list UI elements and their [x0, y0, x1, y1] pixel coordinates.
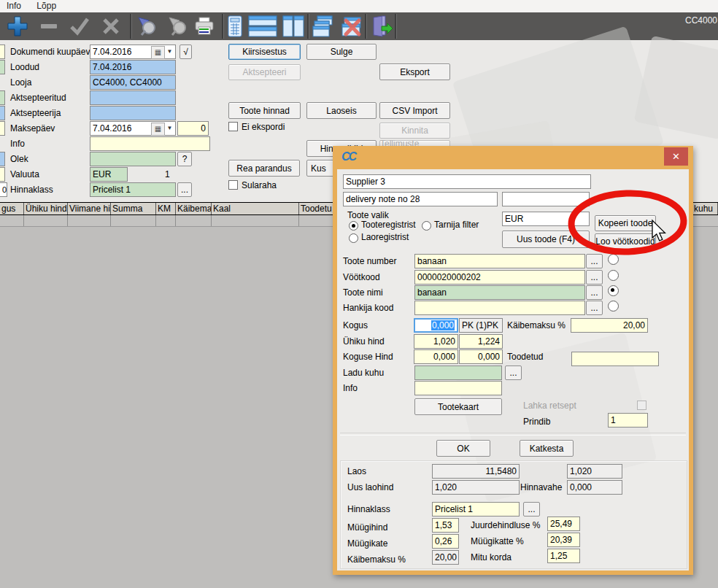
- chevron-down-icon[interactable]: ▼: [165, 123, 174, 134]
- kinnita-button[interactable]: Kinnita: [379, 123, 450, 139]
- juurdehindluse-field[interactable]: 25,49: [547, 517, 580, 531]
- print-icon[interactable]: [193, 15, 216, 38]
- close-icon[interactable]: ✕: [664, 147, 688, 166]
- uus-toode-button[interactable]: Uus toode (F4): [502, 231, 590, 248]
- koguse-hind-field1[interactable]: 0,000: [414, 349, 458, 364]
- toote-nimi-field[interactable]: banaan: [414, 285, 585, 300]
- vootkood-field[interactable]: 0000020000202: [414, 270, 585, 285]
- muugikate-field[interactable]: 0,26: [432, 534, 459, 549]
- kogus-field[interactable]: 0,000: [414, 318, 458, 333]
- toote-nimi-browse-button[interactable]: ...: [586, 285, 603, 300]
- dokumendi-kuupaev-field[interactable]: 7.04.2016 ▦▼: [90, 45, 176, 59]
- hinnaklass-browse-button[interactable]: ...: [177, 182, 192, 197]
- dialog-info-field[interactable]: [414, 381, 502, 395]
- dialog-hinnaklass-field[interactable]: Pricelist 1: [432, 502, 520, 517]
- cancel-icon[interactable]: [99, 15, 123, 38]
- menu-lopp[interactable]: Lõpp: [30, 0, 63, 12]
- tile-horizontal-icon[interactable]: [247, 15, 279, 38]
- remove-icon[interactable]: [37, 15, 61, 38]
- grid-column-summa[interactable]: Summa: [111, 203, 156, 214]
- currency-field[interactable]: EUR: [502, 212, 590, 226]
- grid-column-kaal[interactable]: Kaal: [212, 203, 299, 214]
- toote-nimi-radio[interactable]: [608, 285, 619, 296]
- info-field[interactable]: [90, 136, 210, 151]
- lahka-retsept-checkbox[interactable]: [637, 401, 646, 410]
- loo-vootkoodid-button[interactable]: Loo vöötkoodid: [595, 233, 656, 249]
- grid-column-uhiku-hind[interactable]: Ühiku hind: [24, 203, 68, 214]
- calculator-icon[interactable]: [226, 15, 244, 38]
- grid-column-km[interactable]: KM: [156, 203, 176, 214]
- uhiku-hind-field1[interactable]: 1,020: [414, 334, 458, 349]
- hankija-kood-radio[interactable]: [608, 301, 619, 312]
- aktsepteerija-field[interactable]: [90, 106, 176, 120]
- kiirsisestus-button[interactable]: Kiirsisestus: [228, 44, 301, 60]
- aktsepteeritud-field[interactable]: [90, 90, 176, 105]
- ladu-kuhu-field[interactable]: [414, 365, 502, 380]
- toote-hinnad-button[interactable]: Toote hinnad: [228, 102, 301, 119]
- tarnija-filter-radio[interactable]: [422, 221, 431, 231]
- valuuta-field[interactable]: EUR: [90, 167, 128, 182]
- ei-ekspordi-checkbox[interactable]: [228, 122, 238, 131]
- search-disabled-icon[interactable]: [166, 15, 190, 38]
- olek-help-button[interactable]: ?: [177, 152, 192, 166]
- sulge-button[interactable]: Sulge: [306, 44, 377, 60]
- eksport-button[interactable]: Eksport: [379, 63, 450, 80]
- dialog-titlebar[interactable]: CC ✕: [337, 149, 689, 168]
- aktsepteeri-button[interactable]: Aktsepteeri: [228, 64, 301, 80]
- kaibemaksu-field[interactable]: 20,00: [571, 318, 648, 333]
- search-icon[interactable]: [136, 15, 159, 38]
- dialog-hinnaklass-browse-button[interactable]: ...: [523, 502, 540, 517]
- note2-field[interactable]: [502, 192, 590, 206]
- tootekaart-button[interactable]: Tootekaart: [414, 398, 502, 415]
- confirm-icon[interactable]: [68, 15, 91, 38]
- vootkood-browse-button[interactable]: ...: [586, 270, 603, 285]
- calendar-icon[interactable]: ▦: [151, 123, 165, 136]
- mitu-korda-field[interactable]: 1,25: [547, 549, 580, 563]
- koguse-hind-field2[interactable]: 0,000: [459, 349, 503, 364]
- vootkood-radio[interactable]: [608, 270, 619, 281]
- uhiku-hind-field2[interactable]: 1,224: [459, 334, 503, 349]
- grid-column-viimane-hind[interactable]: Viimane hind: [68, 203, 111, 214]
- exit-icon[interactable]: [369, 15, 393, 38]
- close-all-icon[interactable]: [340, 15, 363, 38]
- hankija-kood-field[interactable]: [414, 301, 585, 315]
- toodetud-field[interactable]: [571, 352, 659, 366]
- loodud-field[interactable]: 7.04.2016: [90, 60, 176, 74]
- ladu-kuhu-browse-button[interactable]: ...: [505, 365, 522, 380]
- add-icon[interactable]: [6, 15, 29, 38]
- olek-field[interactable]: [90, 152, 176, 166]
- kogus-unit-field[interactable]: PK (1)PK: [459, 318, 503, 333]
- chevron-down-icon[interactable]: ▼: [165, 46, 174, 58]
- confirm-date-button[interactable]: √: [180, 45, 192, 59]
- cascade-icon[interactable]: [312, 15, 335, 38]
- prindib-field[interactable]: 1: [608, 413, 648, 428]
- sularaha-checkbox[interactable]: [228, 180, 238, 190]
- hankija-kood-browse-button[interactable]: ...: [586, 301, 603, 315]
- muugihind-field[interactable]: 1,53: [432, 518, 459, 533]
- grid-column-kaibemaks[interactable]: Käibemak: [176, 203, 212, 214]
- delivery-note-field[interactable]: delivery note no 28: [343, 192, 498, 206]
- maksepaev-extra-field[interactable]: 0: [177, 121, 209, 136]
- toolbar-separator: [222, 14, 224, 39]
- tooteregistrist-radio[interactable]: [349, 221, 358, 231]
- ok-button[interactable]: OK: [436, 440, 490, 457]
- rea-parandus-button[interactable]: Rea parandus: [228, 160, 300, 177]
- tile-vertical-icon[interactable]: [282, 15, 305, 38]
- hinnaklass-field[interactable]: Pricelist 1: [90, 182, 176, 197]
- calendar-icon[interactable]: ▦: [151, 46, 165, 59]
- supplier-field[interactable]: Supplier 3: [343, 174, 591, 189]
- grid-column-ladu-kuhu[interactable]: kuhu: [692, 203, 718, 214]
- toote-number-browse-button[interactable]: ...: [586, 254, 603, 268]
- toote-number-field[interactable]: banaan: [414, 254, 585, 268]
- muugikatte-field[interactable]: 20,39: [547, 533, 580, 547]
- laoseis-button[interactable]: Laoseis: [306, 102, 377, 119]
- csv-import-button[interactable]: CSV Import: [379, 102, 450, 119]
- looja-field[interactable]: CC4000, CC4000: [90, 75, 176, 90]
- menu-info[interactable]: Info: [0, 0, 28, 12]
- kopeeri-toode-button[interactable]: Kopeeri toode: [595, 215, 656, 231]
- maksepaev-field[interactable]: 7.04.2016 ▦▼: [90, 121, 176, 136]
- laoregistrist-radio[interactable]: [349, 233, 358, 243]
- katkesta-button[interactable]: Katkesta: [520, 440, 574, 457]
- toote-number-radio[interactable]: [608, 254, 619, 265]
- grid-column-kogus[interactable]: gus: [0, 203, 24, 214]
